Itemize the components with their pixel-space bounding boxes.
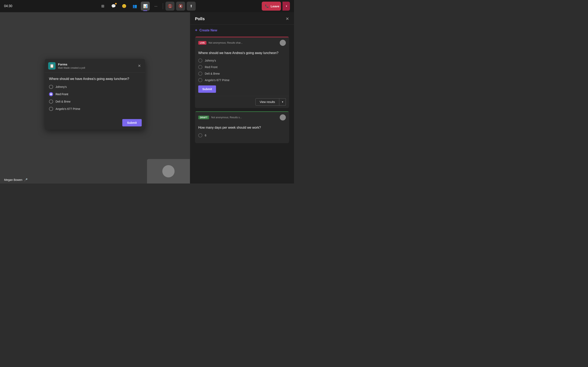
user-label: Megan Bowen 🎤 bbox=[4, 178, 27, 182]
live-poll-meta: Not anonymous; Results shar... bbox=[208, 42, 278, 44]
polls-panel: Polls ✕ + Create New LIVE Not anonymous;… bbox=[190, 12, 294, 184]
chat-badge bbox=[115, 3, 117, 4]
radio-delibrew[interactable] bbox=[49, 100, 53, 104]
panel-submit-button[interactable]: Submit bbox=[198, 85, 216, 93]
leave-section: 📞Leave ▾ bbox=[262, 2, 290, 11]
forms-icon: 📋 bbox=[48, 62, 56, 69]
draft-badge: DRAFT bbox=[198, 116, 209, 119]
draft-poll-top: DRAFT Not anonymous; Results s... bbox=[195, 112, 289, 123]
poll-popup-body: Where should we have Andrea's going away… bbox=[45, 73, 145, 117]
grid-icon-button[interactable]: ⊞ bbox=[98, 2, 107, 11]
radio-redfront[interactable] bbox=[49, 92, 53, 96]
view-results-dropdown-button[interactable]: ▾ bbox=[279, 98, 286, 106]
plus-icon: + bbox=[195, 28, 198, 33]
polls-panel-title: Polls bbox=[195, 17, 205, 21]
view-results-group: View results ▾ bbox=[255, 98, 286, 106]
panel-radio-johnnys[interactable] bbox=[198, 58, 202, 63]
draft-poll-avatar bbox=[280, 114, 286, 120]
draft-poll-meta: Not anonymous; Results s... bbox=[211, 116, 278, 119]
call-timer: 04:30 bbox=[4, 4, 12, 8]
top-bar: 04:30 ⊞ 💬 😊 👥 📊 ··· 📵 🔇 ⬆ 📞Leave ▾ bbox=[0, 0, 294, 12]
popup-close-button[interactable]: ✕ bbox=[137, 63, 142, 69]
share-screen-button[interactable]: ⬆ bbox=[187, 2, 196, 11]
more-icon-button[interactable]: ··· bbox=[151, 2, 160, 11]
leave-button[interactable]: 📞Leave bbox=[262, 2, 281, 11]
polls-panel-body: + Create New LIVE Not anonymous; Results… bbox=[190, 25, 294, 184]
panel-radio-delibrew[interactable] bbox=[198, 72, 202, 76]
panel-option-delibrew[interactable]: Deli & Brew bbox=[198, 72, 286, 76]
radio-inner-redfront bbox=[50, 93, 52, 95]
draft-option-6[interactable]: 6 bbox=[198, 133, 286, 137]
option-label-delibrew: Deli & Brew bbox=[56, 100, 70, 103]
draft-poll-card: DRAFT Not anonymous; Results s... How ma… bbox=[195, 111, 289, 143]
popup-submit-button[interactable]: Submit bbox=[122, 119, 142, 126]
panel-radio-angelo[interactable] bbox=[198, 78, 202, 82]
create-new-label: Create New bbox=[199, 29, 217, 32]
poll-popup: 📋 Forms Matt Wade created a poll ✕ Where… bbox=[45, 59, 145, 130]
panel-radio-redfront[interactable] bbox=[198, 65, 202, 69]
live-poll-top: LIVE Not anonymous; Results shar... bbox=[195, 37, 289, 48]
live-poll-avatar bbox=[280, 40, 286, 46]
live-poll-footer: View results ▾ bbox=[195, 96, 289, 108]
popup-question: Where should we have Andrea's going away… bbox=[49, 77, 141, 81]
popup-title-group: Forms Matt Wade created a poll bbox=[58, 62, 85, 69]
option-label-angelo: Angelo's 677 Prime bbox=[56, 107, 80, 110]
participants-icon-button[interactable]: 👥 bbox=[130, 2, 139, 11]
popup-title: Forms bbox=[58, 62, 85, 66]
live-poll-question: Where should we have Andrea's going away… bbox=[198, 51, 286, 55]
mic-mute-button[interactable]: 🔇 bbox=[176, 2, 185, 11]
reactions-icon-button[interactable]: 😊 bbox=[120, 2, 129, 11]
draft-poll-question: How many days per week should we work? bbox=[198, 125, 286, 130]
camera-mute-button[interactable]: 📵 bbox=[165, 2, 174, 11]
polls-close-button[interactable]: ✕ bbox=[286, 16, 289, 21]
popup-option-redfront[interactable]: Red Front bbox=[49, 92, 141, 96]
chat-icon-button[interactable]: 💬 bbox=[109, 2, 118, 11]
radio-angelo[interactable] bbox=[49, 107, 53, 111]
leave-dropdown-button[interactable]: ▾ bbox=[283, 2, 290, 11]
present-icon-button[interactable]: 📊 bbox=[141, 2, 150, 11]
draft-label-6: 6 bbox=[205, 134, 207, 137]
main-meeting-area: 📋 Forms Matt Wade created a poll ✕ Where… bbox=[0, 12, 190, 184]
popup-option-angelo[interactable]: Angelo's 677 Prime bbox=[49, 107, 141, 111]
panel-option-angelo[interactable]: Angelo's 677 Prime bbox=[198, 78, 286, 82]
panel-label-redfront: Red Front bbox=[205, 66, 217, 69]
create-new-button[interactable]: + Create New bbox=[195, 28, 217, 33]
radio-johnnys[interactable] bbox=[49, 85, 53, 89]
popup-subtitle: Matt Wade created a poll bbox=[58, 66, 85, 69]
option-label-redfront: Red Front bbox=[56, 92, 68, 96]
panel-option-johnnys[interactable]: Johnny's bbox=[198, 58, 286, 63]
popup-option-delibrew[interactable]: Deli & Brew bbox=[49, 100, 141, 104]
user-name: Megan Bowen bbox=[4, 178, 22, 182]
panel-label-johnnys: Johnny's bbox=[205, 59, 216, 62]
poll-popup-footer: Submit bbox=[45, 117, 145, 130]
panel-label-delibrew: Deli & Brew bbox=[205, 72, 220, 75]
view-results-button[interactable]: View results bbox=[255, 98, 279, 106]
panel-option-redfront[interactable]: Red Front bbox=[198, 65, 286, 69]
video-thumbnail bbox=[147, 159, 190, 184]
live-badge: LIVE bbox=[198, 41, 207, 45]
draft-radio-6[interactable] bbox=[198, 133, 202, 137]
toolbar-icons: ⊞ 💬 😊 👥 📊 ··· 📵 🔇 ⬆ bbox=[98, 2, 196, 11]
participant-avatar bbox=[162, 165, 174, 177]
live-poll-card: LIVE Not anonymous; Results shar... Wher… bbox=[195, 37, 289, 108]
polls-panel-header: Polls ✕ bbox=[190, 12, 294, 25]
leave-label: Leave bbox=[270, 4, 281, 8]
option-label-johnnys: Johnny's bbox=[56, 85, 67, 89]
live-poll-body: Where should we have Andrea's going away… bbox=[195, 48, 289, 96]
poll-popup-header: 📋 Forms Matt Wade created a poll ✕ bbox=[45, 59, 145, 73]
popup-option-johnnys[interactable]: Johnny's bbox=[49, 85, 141, 89]
panel-label-angelo: Angelo's 677 Prime bbox=[205, 78, 229, 82]
mic-status-icon: 🎤 bbox=[24, 178, 27, 182]
draft-poll-body: How many days per week should we work? 6 bbox=[195, 123, 289, 143]
